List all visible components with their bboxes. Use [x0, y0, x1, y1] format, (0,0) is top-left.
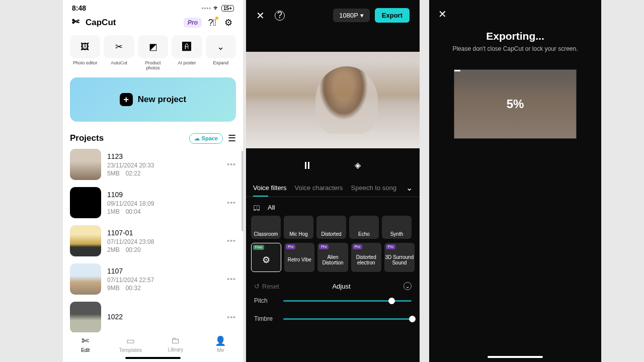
pause-icon[interactable] — [305, 162, 309, 169]
export-screen: ✕ Exporting... Please don't close CapCut… — [429, 0, 601, 362]
voice-filter-tile[interactable]: Classroom — [251, 216, 281, 239]
logo: CapCut — [72, 17, 116, 28]
settings-icon[interactable]: ⚙ — [223, 17, 234, 28]
new-project-label: New project — [138, 95, 186, 105]
project-item[interactable]: 1107-01 07/11/2024 23:082MB00:20 ••• — [70, 225, 236, 256]
wifi-icon: ᯤ — [213, 5, 219, 12]
quick-tool-icon: ✂ — [104, 35, 134, 58]
filter-badge: Pro — [353, 244, 362, 249]
quick-tools-row: 🖼 Photo editor ✂ AutoCut ◩ Product photo… — [63, 33, 243, 70]
nav-me[interactable]: 👤 Me — [198, 335, 244, 353]
voice-filter-tile[interactable]: Mic Hog — [284, 216, 313, 239]
voice-filter-tile[interactable]: Pro 3D Surround Sound — [384, 243, 415, 272]
help-icon[interactable]: ? — [275, 11, 285, 21]
project-more-icon[interactable]: ••• — [227, 237, 236, 245]
projects-title: Projects — [70, 133, 104, 143]
filter-badge: Pro — [386, 244, 395, 249]
quick-tool-label: AutoCut — [104, 60, 134, 65]
playback-controls: ◈ — [246, 148, 420, 179]
video-preview[interactable] — [246, 52, 420, 148]
project-name: 1107-01 — [107, 229, 221, 237]
slider-label: Pitch — [254, 297, 276, 304]
help-icon[interactable]: ?⃝ — [207, 17, 218, 28]
sort-icon[interactable]: ☰ — [228, 133, 236, 144]
resolution-label: 1080P — [339, 12, 358, 19]
bookmark-icon[interactable]: 🕮 — [253, 203, 261, 212]
pro-badge[interactable]: Pro — [184, 18, 202, 28]
project-thumbnail — [70, 302, 101, 332]
nav-icon: ✄ — [63, 335, 108, 346]
quick-tool-icon: ◩ — [138, 35, 168, 58]
project-list[interactable]: 1123 23/11/2024 20:335MB02:22 ••• 1109 0… — [63, 149, 243, 332]
slider-group: Pitch Timbre — [246, 294, 420, 336]
quick-tool-label: AI poster — [172, 60, 202, 65]
category-all[interactable]: All — [268, 204, 275, 211]
home-indicator — [488, 356, 543, 358]
battery-icon: 15+ — [221, 5, 234, 12]
new-project-button[interactable]: + New project — [70, 77, 236, 122]
slider-track[interactable] — [283, 300, 412, 302]
voice-filter-tile[interactable]: Free ⚙ — [251, 243, 281, 272]
slider-thumb[interactable] — [409, 316, 416, 322]
voice-filter-tile[interactable]: Pro Retro Vibe — [284, 243, 314, 272]
quick-tool-3[interactable]: 🅰 AI poster — [172, 35, 202, 70]
status-time: 8:48 — [72, 4, 86, 12]
project-name: 1123 — [107, 152, 221, 160]
nav-icon: 🗀 — [153, 335, 198, 346]
project-item[interactable]: 1107 07/11/2024 22:579MB00:32 ••• — [70, 263, 236, 295]
quick-tool-icon: 🖼 — [70, 35, 100, 58]
nav-edit[interactable]: ✄ Edit — [63, 335, 108, 353]
slider-pitch[interactable]: Pitch — [254, 297, 412, 304]
nav-label: Templates — [119, 347, 142, 353]
voice-filter-tile[interactable]: Distorted — [316, 216, 346, 239]
rotate-icon[interactable]: ◈ — [355, 160, 361, 170]
export-progress-bar — [454, 70, 460, 71]
quick-tool-label: Product photos — [138, 60, 168, 70]
quick-tool-0[interactable]: 🖼 Photo editor — [70, 35, 100, 70]
more-icon[interactable]: ⌄ — [404, 282, 412, 290]
tab-0[interactable]: Voice filters — [253, 179, 286, 197]
project-more-icon[interactable]: ••• — [227, 313, 236, 321]
voice-filter-tile[interactable]: Synth — [382, 216, 412, 239]
nav-label: Edit — [81, 347, 90, 353]
project-thumbnail — [70, 187, 101, 218]
export-preview: 5% — [454, 69, 577, 139]
space-button[interactable]: ☁ Space — [189, 133, 223, 144]
voice-filter-tile[interactable]: Pro Distorted electron — [351, 243, 381, 272]
nav-templates[interactable]: ▭ Templates — [108, 335, 153, 353]
quick-tool-1[interactable]: ✂ AutoCut — [104, 35, 134, 70]
resolution-selector[interactable]: 1080P ▾ — [333, 9, 370, 22]
slider-thumb[interactable] — [388, 298, 395, 304]
quick-tool-2[interactable]: ◩ Product photos — [138, 35, 168, 70]
project-item[interactable]: 1123 23/11/2024 20:335MB02:22 ••• — [70, 149, 236, 180]
close-icon[interactable]: ✕ — [256, 10, 265, 22]
voice-filter-tile[interactable]: Echo — [349, 216, 379, 239]
project-more-icon[interactable]: ••• — [227, 160, 236, 168]
reset-icon: ↺ — [254, 283, 260, 290]
quick-tool-4[interactable]: ⌄ Expand — [206, 35, 236, 70]
quick-tool-icon: 🅰 — [172, 35, 202, 58]
projects-header: Projects ☁ Space ☰ — [63, 122, 243, 149]
voice-filter-tile[interactable]: Pro Alien Distortion — [317, 243, 348, 272]
slider-timbre[interactable]: Timbre — [254, 315, 412, 322]
status-icons: •••• ᯤ 15+ — [202, 5, 234, 12]
export-button[interactable]: Export — [375, 8, 410, 23]
slider-label: Timbre — [254, 315, 276, 322]
scrollbar[interactable] — [242, 151, 243, 231]
confirm-icon[interactable]: ⌄ — [406, 183, 413, 193]
slider-track[interactable] — [283, 318, 412, 320]
filter-badge: Pro — [319, 244, 329, 249]
nav-library[interactable]: 🗀 Library — [153, 335, 198, 353]
close-icon[interactable]: ✕ — [429, 0, 601, 28]
project-name: 1107 — [107, 267, 221, 275]
tab-1[interactable]: Voice characters — [294, 179, 343, 197]
reset-button[interactable]: ↺ Reset — [254, 283, 279, 290]
project-item[interactable]: 1022 ••• — [70, 302, 236, 332]
tab-2[interactable]: Speech to song — [351, 179, 396, 197]
project-more-icon[interactable]: ••• — [227, 199, 236, 207]
bottom-nav: ✄ Edit ▭ Templates 🗀 Library 👤 Me — [63, 332, 243, 354]
project-more-icon[interactable]: ••• — [227, 275, 236, 283]
nav-label: Library — [168, 347, 183, 352]
project-item[interactable]: 1109 09/11/2024 18:091MB00:04 ••• — [70, 187, 236, 218]
project-info: 1107-01 07/11/2024 23:082MB00:20 — [107, 229, 221, 253]
